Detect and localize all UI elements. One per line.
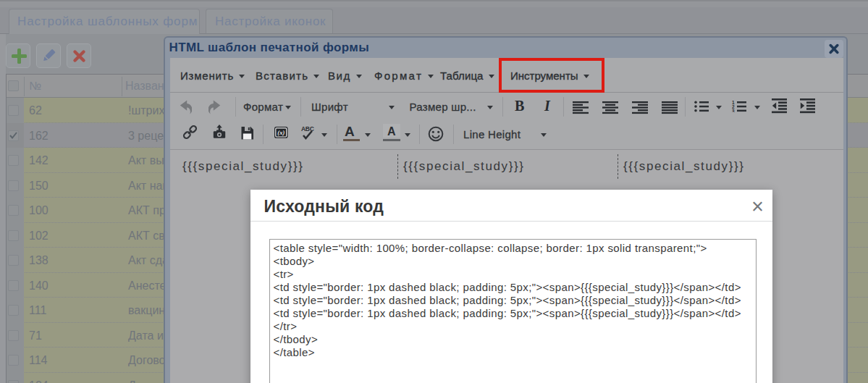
- svg-text:3: 3: [732, 109, 735, 112]
- svg-text:(x): (x): [277, 129, 285, 136]
